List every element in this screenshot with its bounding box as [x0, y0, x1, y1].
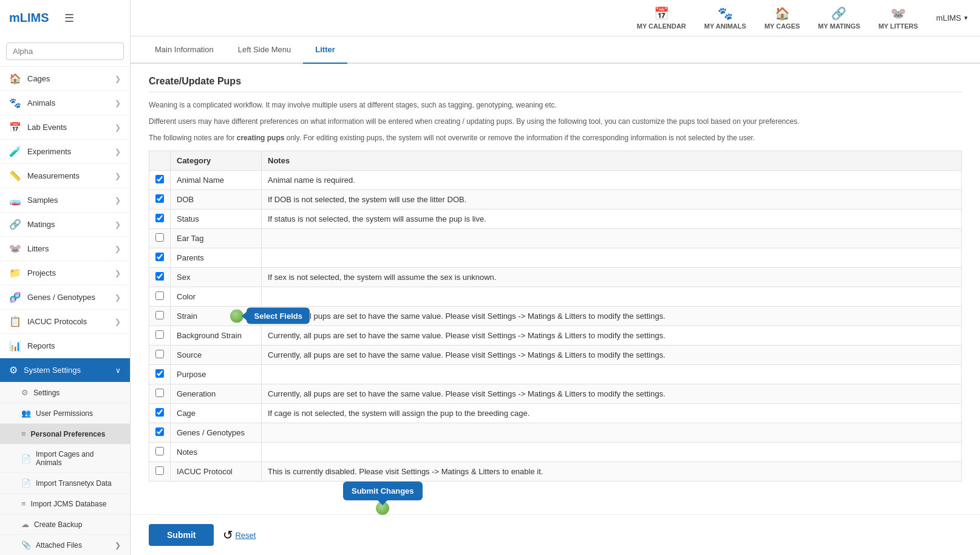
measurements-chevron-icon: ❯: [115, 172, 121, 180]
field-checkbox-4[interactable]: [155, 253, 164, 261]
animals-nav-icon: 🐾: [9, 97, 21, 109]
reset-button[interactable]: Reset: [235, 531, 256, 540]
col-header-checkbox: [149, 151, 171, 170]
system-settings-chevron-icon: ∨: [115, 366, 121, 375]
submit-changes-tooltip: Submit Changes: [343, 482, 423, 515]
field-notes-5: If sex is not selected, the system will …: [262, 267, 962, 287]
projects-nav-icon: 📁: [9, 267, 21, 279]
search-input[interactable]: [6, 43, 124, 60]
nav-item-calendar[interactable]: 📅 MY CALENDAR: [637, 6, 686, 30]
field-checkbox-7[interactable]: [155, 311, 164, 319]
field-category-12: Cage: [171, 403, 262, 423]
settings-submenu-icon: ⚙: [21, 388, 29, 397]
table-row: Ear Tag: [149, 228, 962, 248]
field-checkbox-5[interactable]: [155, 272, 164, 281]
submenu-item-user-permissions[interactable]: 👥 User Permissions: [0, 403, 130, 424]
table-row: SexIf sex is not selected, the system wi…: [149, 267, 962, 287]
field-notes-11: Currently, all pups are set to have the …: [262, 384, 962, 403]
animals-chevron-icon: ❯: [115, 99, 121, 107]
sidebar-item-litters[interactable]: 🐭 Litters ❯: [0, 237, 130, 261]
tab-left-side-menu[interactable]: Left Side Menu: [226, 36, 303, 64]
table-row: SourceCurrently, all pups are set to hav…: [149, 345, 962, 364]
tab-main-information[interactable]: Main Information: [143, 36, 226, 64]
field-checkbox-12[interactable]: [155, 408, 164, 417]
field-category-0: Animal Name: [171, 170, 262, 189]
sidebar-item-iacuc[interactable]: 📋 IACUC Protocols ❯: [0, 310, 130, 334]
sidebar-item-experiments[interactable]: 🧪 Experiments ❯: [0, 140, 130, 164]
field-checkbox-13[interactable]: [155, 427, 164, 436]
user-menu[interactable]: mLIMS ▾: [936, 13, 968, 22]
cages-chevron-icon: ❯: [115, 75, 121, 83]
field-notes-6: [262, 287, 962, 306]
table-row: Color: [149, 287, 962, 306]
field-notes-1: If DOB is not selected, the system will …: [262, 189, 962, 209]
nav-item-matings[interactable]: 🔗 MY MATINGS: [818, 6, 860, 30]
fields-table: Category Notes Animal NameAnimal name is…: [149, 151, 962, 482]
field-checkbox-9[interactable]: [155, 350, 164, 358]
field-checkbox-10[interactable]: [155, 369, 164, 378]
field-checkbox-6[interactable]: [155, 291, 164, 300]
personal-prefs-submenu-icon: ≡: [21, 429, 26, 438]
calendar-icon: 📅: [654, 6, 669, 21]
import-jcms-submenu-icon: ≡: [21, 499, 26, 508]
field-category-14: Notes: [171, 442, 262, 461]
sidebar-item-projects[interactable]: 📁 Projects ❯: [0, 261, 130, 285]
genes-chevron-icon: ❯: [115, 293, 121, 302]
sidebar-item-matings[interactable]: 🔗 Matings ❯: [0, 213, 130, 237]
field-checkbox-8[interactable]: [155, 330, 164, 339]
matings-chevron-icon: ❯: [115, 220, 121, 229]
table-row: GenerationCurrently, all pups are set to…: [149, 384, 962, 403]
field-category-8: Background Strain: [171, 325, 262, 345]
sidebar-item-lab-events[interactable]: 📅 Lab Events ❯: [0, 115, 130, 140]
field-checkbox-2[interactable]: [155, 214, 164, 222]
field-checkbox-11[interactable]: [155, 389, 164, 397]
table-row: Notes: [149, 442, 962, 461]
sidebar-item-measurements[interactable]: 📏 Measurements ❯: [0, 164, 130, 188]
sidebar-item-animals[interactable]: 🐾 Animals ❯: [0, 91, 130, 115]
submenu-item-create-backup[interactable]: ☁ Create Backup: [0, 514, 130, 535]
sidebar-item-reports[interactable]: 📊 Reports: [0, 334, 130, 358]
field-category-6: Color: [171, 287, 262, 306]
submit-button[interactable]: Submit: [149, 524, 214, 546]
table-row: IACUC ProtocolThis is currently disabled…: [149, 461, 962, 481]
hamburger-icon[interactable]: ☰: [64, 12, 74, 25]
footer-actions: Submit ↺ Reset Submit Changes: [131, 514, 980, 555]
col-header-notes: Notes: [262, 151, 962, 170]
submenu-item-attached-files[interactable]: 📎 Attached Files ❯: [0, 535, 130, 555]
tab-litter[interactable]: Litter Litter Tab: [303, 36, 347, 64]
submenu-item-settings[interactable]: ⚙ Settings: [0, 383, 130, 403]
field-checkbox-3[interactable]: [155, 233, 164, 242]
submenu-item-personal-preferences[interactable]: ≡ Personal Preferences: [0, 424, 130, 444]
sidebar-item-genes[interactable]: 🧬 Genes / Genotypes ❯: [0, 285, 130, 310]
table-row: Strain Select Fields Currently, all pups…: [149, 306, 962, 325]
matings-nav-icon: 🔗: [9, 219, 21, 230]
field-notes-0: Animal name is required.: [262, 170, 962, 189]
field-checkbox-1[interactable]: [155, 194, 164, 203]
nav-item-animals[interactable]: 🐾 MY ANIMALS: [704, 6, 746, 30]
field-notes-4: [262, 248, 962, 267]
nav-item-cages[interactable]: 🏠 MY CAGES: [764, 6, 800, 30]
table-row: CageIf cage is not selected, the system …: [149, 403, 962, 423]
field-notes-10: [262, 364, 962, 384]
submenu-item-import-jcms[interactable]: ≡ Import JCMS Database: [0, 494, 130, 514]
field-checkbox-15[interactable]: [155, 466, 164, 475]
field-category-15: IACUC Protocol: [171, 461, 262, 481]
app-title: mLIMS: [9, 11, 49, 25]
field-category-1: DOB: [171, 189, 262, 209]
measurements-nav-icon: 📏: [9, 170, 21, 182]
field-category-4: Parents: [171, 248, 262, 267]
field-category-3: Ear Tag: [171, 228, 262, 248]
submenu-item-import-cages[interactable]: 📄 Import Cages and Animals: [0, 444, 130, 473]
nav-item-litters[interactable]: 🐭 MY LITTERS: [879, 6, 918, 30]
field-checkbox-14[interactable]: [155, 447, 164, 455]
sidebar-item-system-settings[interactable]: ⚙ System Settings ∨: [0, 358, 130, 383]
field-notes-7: Currently, all pups are set to have the …: [262, 306, 962, 325]
field-checkbox-0[interactable]: [155, 175, 164, 183]
sidebar-search-container: [0, 36, 130, 67]
submenu-item-import-transnetyx[interactable]: 📄 Import Transnetyx Data: [0, 473, 130, 494]
litters-chevron-icon: ❯: [115, 245, 121, 253]
experiments-chevron-icon: ❯: [115, 148, 121, 156]
sidebar-item-samples[interactable]: 🧫 Samples ❯: [0, 188, 130, 213]
sidebar-item-cages[interactable]: 🏠 Cages ❯: [0, 67, 130, 91]
iacuc-nav-icon: 📋: [9, 316, 21, 327]
